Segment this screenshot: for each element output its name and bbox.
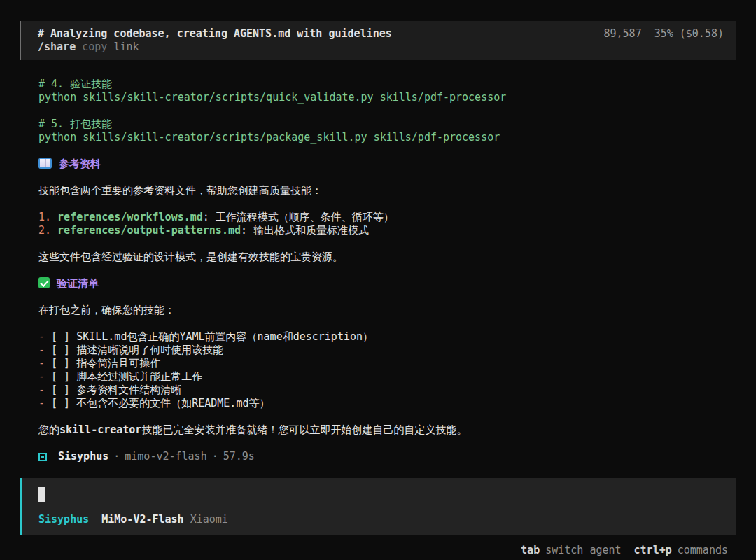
content-line: [38, 290, 736, 304]
text-cursor: [38, 487, 46, 502]
session-header: # Analyzing codebase, creating AGENTS.md…: [20, 21, 736, 60]
link-hint[interactable]: link: [113, 41, 139, 53]
context-percent: 35%: [654, 27, 673, 40]
book-icon: [38, 158, 52, 169]
content-line: python skills/skill-creator/scripts/pack…: [38, 131, 736, 144]
keyboard-hints: tabswitch agentctrl+pcommands: [20, 544, 736, 557]
context-stats: 89,58735%($0.58): [604, 27, 724, 41]
session-header-left: # Analyzing codebase, creating AGENTS.md…: [38, 27, 392, 54]
content-line: [38, 317, 736, 330]
model-name: mimo-v2-flash: [125, 450, 206, 463]
input-meta-line: SisyphusMiMo-V2-FlashXiaomi: [38, 513, 725, 526]
content-line: [38, 264, 736, 277]
session-title: # Analyzing codebase, creating AGENTS.md…: [38, 27, 392, 41]
content-line: - [ ] 不包含不必要的文件（如README.md等）: [38, 397, 736, 410]
content-line: - [ ] SKILL.md包含正确的YAML前置内容（name和descrip…: [38, 330, 736, 344]
content-line: - [ ] 脚本经过测试并能正常工作: [38, 370, 736, 384]
content-line: - [ ] 指令简洁且可操作: [38, 357, 736, 370]
separator-dot: ·: [212, 450, 218, 463]
input-model-name: MiMo-V2-Flash: [102, 513, 183, 526]
agent-name: Sisyphus: [58, 450, 108, 463]
hint-action-commands: commands: [678, 544, 728, 556]
content-line: - [ ] 描述清晰说明了何时使用该技能: [38, 344, 736, 357]
input-provider-name: Xiaomi: [190, 513, 228, 526]
content-line: # 5. 打包技能: [38, 118, 736, 131]
session-cost: ($0.58): [680, 27, 724, 40]
content-line: 在打包之前，确保您的技能：: [38, 304, 736, 317]
content-line: [38, 237, 736, 251]
content-line: 2. references/output-patterns.md: 输出格式和质…: [38, 224, 736, 237]
message-input[interactable]: SisyphusMiMo-V2-FlashXiaomi: [20, 478, 736, 535]
input-agent-name: Sisyphus: [38, 513, 89, 526]
hint-key-tab: tab: [521, 544, 540, 556]
content-line: 您的skill-creator技能已完全安装并准备就绪！您可以立即开始创建自己的…: [38, 424, 736, 437]
agent-square-icon: [38, 453, 47, 461]
content-line: [38, 171, 736, 184]
share-line: /share copy link: [38, 41, 392, 54]
elapsed-time: 57.9s: [223, 450, 255, 463]
separator-dot: ·: [113, 450, 120, 463]
content-line: [38, 104, 736, 118]
chat-transcript: # 4. 验证技能python skills/skill-creator/scr…: [20, 78, 736, 437]
hint-action-switch-agent: switch agent: [545, 544, 621, 556]
copy-hint[interactable]: copy: [82, 41, 107, 53]
share-command[interactable]: /share: [38, 41, 76, 53]
check-icon: [38, 277, 50, 288]
content-line: [38, 410, 736, 424]
checklist-section-heading: 验证清单: [38, 277, 736, 290]
content-line: # 4. 验证技能: [38, 78, 736, 91]
content-line: [38, 144, 736, 158]
agent-status-line: Sisyphus · mimo-v2-flash · 57.9s: [20, 450, 736, 463]
content-line: [38, 197, 736, 211]
content-line: 这些文件包含经过验证的设计模式，是创建有效技能的宝贵资源。: [38, 251, 736, 264]
hint-key-ctrl-p: ctrl+p: [634, 544, 672, 556]
terminal-app: # Analyzing codebase, creating AGENTS.md…: [0, 0, 756, 560]
token-count: 89,587: [604, 27, 642, 40]
content-line: 1. references/workflows.md: 工作流程模式（顺序、条件…: [38, 211, 736, 224]
content-line: python skills/skill-creator/scripts/quic…: [38, 91, 736, 104]
content-line: 技能包含两个重要的参考资料文件，帮助您创建高质量技能：: [38, 184, 736, 197]
reference-section-heading: 参考资料: [38, 158, 736, 171]
content-line: - [ ] 参考资料文件结构清晰: [38, 384, 736, 397]
